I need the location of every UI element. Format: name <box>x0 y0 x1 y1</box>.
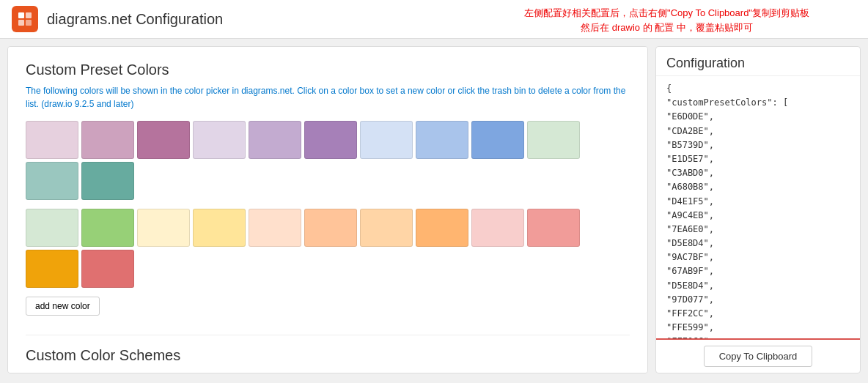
color-swatch[interactable] <box>81 209 134 247</box>
color-swatch[interactable] <box>416 209 468 247</box>
config-line: "7EA6E0", <box>666 223 850 237</box>
left-panel: Custom Preset Colors The following color… <box>7 46 648 373</box>
config-line: "customPresetColors": [ <box>666 96 850 110</box>
color-swatch[interactable] <box>26 162 78 200</box>
page-title: diagrams.net Configuration <box>47 11 223 28</box>
color-swatch[interactable] <box>249 121 301 159</box>
config-line: "9AC7BF", <box>666 250 850 264</box>
config-line: "D4E1F5", <box>666 195 850 209</box>
config-line: "E1D5E7", <box>666 152 850 166</box>
color-grid-row2 <box>26 209 630 288</box>
preset-colors-desc: The following colors will be shown in th… <box>26 84 630 111</box>
section-divider <box>26 335 630 335</box>
color-swatch[interactable] <box>416 121 468 159</box>
color-schemes-title: Custom Color Schemes <box>26 347 630 364</box>
copy-to-clipboard-button[interactable]: Copy To Clipboard <box>704 346 813 367</box>
color-swatch[interactable] <box>304 209 357 247</box>
config-line: "E6D0DE", <box>666 110 850 124</box>
color-swatch[interactable] <box>193 121 246 159</box>
hint-line1: 左侧配置好相关配置后，点击右侧"Copy To Clipboard"复制到剪贴板 <box>524 6 809 21</box>
config-line: "FFF2CC", <box>666 307 850 321</box>
color-swatch[interactable] <box>360 209 413 247</box>
preset-colors-section: Custom Preset Colors The following color… <box>26 62 630 327</box>
right-panel: Configuration { "customPresetColors": [ … <box>655 46 861 373</box>
color-swatch[interactable] <box>360 121 413 159</box>
preset-colors-title: Custom Preset Colors <box>26 62 630 78</box>
config-line: "B5739D", <box>666 138 850 152</box>
svg-rect-2 <box>18 20 24 26</box>
add-color-button[interactable]: add new color <box>26 297 100 316</box>
color-swatch[interactable] <box>81 162 134 200</box>
color-swatch[interactable] <box>26 121 78 159</box>
app-logo <box>12 6 38 32</box>
svg-rect-3 <box>26 20 32 26</box>
color-swatch[interactable] <box>249 209 301 247</box>
config-line: { <box>666 82 850 96</box>
config-text-area[interactable]: { "customPresetColors": [ "E6D0DE", "CDA… <box>656 76 860 338</box>
main-layout: Custom Preset Colors The following color… <box>0 39 868 381</box>
config-line: "67AB9F", <box>666 264 850 278</box>
config-line: "FFE599", <box>666 321 850 335</box>
config-line: "D5E8D4", <box>666 237 850 250</box>
config-line: "D5E8D4", <box>666 279 850 293</box>
color-swatch[interactable] <box>26 250 78 288</box>
copy-btn-row: Copy To Clipboard <box>656 338 860 373</box>
config-line: "97D077", <box>666 293 850 307</box>
config-line: "A9C4EB", <box>666 209 850 223</box>
color-swatch[interactable] <box>193 209 246 247</box>
color-swatch[interactable] <box>81 121 134 159</box>
color-swatch[interactable] <box>527 209 580 247</box>
color-schemes-desc: Color schemes will be shown in diagrams.… <box>26 370 630 373</box>
color-swatch[interactable] <box>137 121 190 159</box>
color-schemes-section: Custom Color Schemes Color schemes will … <box>26 347 630 373</box>
svg-rect-0 <box>18 12 24 18</box>
color-swatch[interactable] <box>304 121 357 159</box>
header: diagrams.net Configuration 左侧配置好相关配置后，点击… <box>0 0 868 39</box>
color-swatch[interactable] <box>471 121 524 159</box>
color-swatch[interactable] <box>26 209 78 247</box>
config-line: "A680B8", <box>666 180 850 194</box>
config-line: "C3ABD0", <box>666 166 850 180</box>
color-swatch[interactable] <box>137 209 190 247</box>
color-swatch[interactable] <box>471 209 524 247</box>
color-grid-row1 <box>26 121 630 200</box>
config-panel-title: Configuration <box>656 47 860 76</box>
color-swatch[interactable] <box>527 121 580 159</box>
header-hint: 左侧配置好相关配置后，点击右侧"Copy To Clipboard"复制到剪贴板… <box>524 6 809 34</box>
color-swatch[interactable] <box>81 250 134 288</box>
config-line: "CDA2BE", <box>666 124 850 138</box>
hint-line2: 然后在 drawio 的 配置 中，覆盖粘贴即可 <box>524 21 809 35</box>
svg-rect-1 <box>26 12 32 18</box>
